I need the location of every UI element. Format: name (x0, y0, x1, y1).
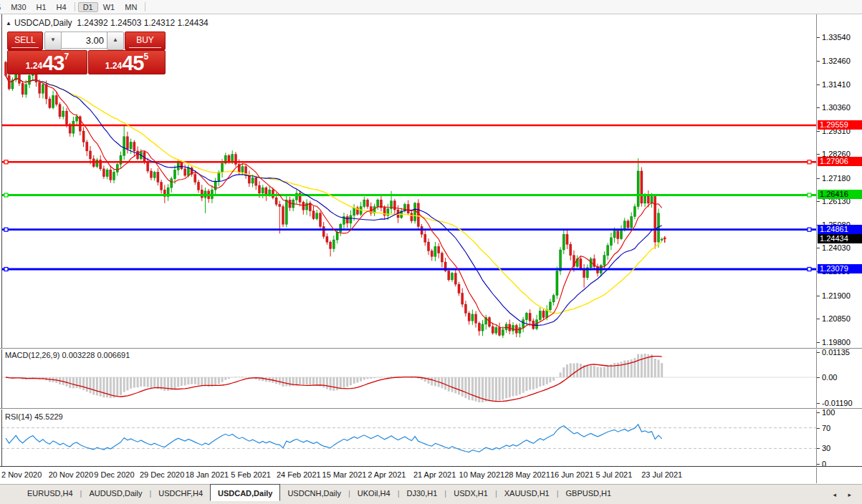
rsi-value: 45.5229 (34, 412, 63, 421)
sell-price-small: 1.24 (26, 61, 42, 71)
timeframe-button-d1[interactable]: D1 (78, 2, 98, 12)
buy-price-small: 1.24 (105, 61, 122, 71)
rsi-tick-label: 70 (822, 424, 830, 432)
symbol-label: USDCAD,Daily (14, 18, 72, 28)
macd-tick-mark (817, 377, 820, 378)
price-tick-label: 1.21900 (822, 291, 851, 300)
tab-scroll-arrows[interactable]: ◂ ▸ (833, 491, 856, 498)
price-tick-mark (817, 248, 820, 248)
rsi-tick-label: 30 (822, 444, 830, 452)
date-tick-label: 16 Jun 2021 (550, 470, 594, 479)
date-tick-label: 20 Nov 2020 (49, 470, 93, 479)
rsi-tick-mark (817, 464, 820, 465)
level-price-chip: 1.26416 (818, 190, 862, 199)
date-tick-label: 24 Feb 2021 (277, 470, 321, 479)
price-tick-label: 1.30360 (822, 103, 851, 112)
level-price-chip: 1.23079 (818, 264, 862, 273)
timeframe-button-5[interactable]: 5 (0, 2, 6, 12)
timeframe-button-mn[interactable]: MN (120, 2, 142, 12)
rsi-tick-mark (817, 448, 820, 449)
chart-tab-xauusd[interactable]: XAUUSD,H1 (497, 487, 557, 500)
date-tick-label: 28 May 2021 (504, 470, 550, 479)
date-tick-label: 5 Jul 2021 (596, 470, 633, 479)
chart-tab-gbpusd[interactable]: GBPUSD,H1 (559, 487, 619, 500)
level-price-chip: 1.24861 (818, 225, 862, 234)
sell-price-sup: 7 (64, 52, 69, 62)
sell-price-big: 43 (42, 54, 64, 73)
price-tick-mark (817, 107, 820, 108)
volume-increase-button[interactable]: ▲ (107, 32, 124, 50)
timeframe-button-w1[interactable]: W1 (98, 2, 120, 12)
trading-terminal-window: 5M30H1H4D1W1MN ▲USDCAD,Daily 1.24392 1.2… (0, 0, 862, 504)
buy-price-sup: 5 (143, 52, 148, 62)
chart-tab-usdcad[interactable]: USDCAD,Daily (210, 484, 280, 501)
sell-button[interactable]: SELL (7, 32, 43, 50)
chart-tab-eurusd[interactable]: EURUSD,H4 (20, 487, 80, 500)
price-tick-mark (817, 201, 820, 202)
one-click-trade-panel: SELL ▼ ▲ BUY 1.24 43 7 1.24 45 5 (7, 32, 164, 72)
price-tick-mark (817, 84, 820, 85)
ohlc-values: 1.24392 1.24503 1.24312 1.24434 (77, 18, 209, 28)
price-tick-mark (817, 296, 820, 296)
price-tick-label: 1.32460 (822, 57, 851, 65)
macd-indicator-label: MACD(12,26,9) 0.003228 0.006691 (5, 351, 130, 359)
timeframe-button-m30[interactable]: M30 (6, 2, 31, 12)
price-tick-label: 1.31410 (822, 80, 851, 89)
chart-tab-usdx[interactable]: USDX,H1 (446, 487, 495, 500)
collapse-triangle-icon[interactable]: ▲ (6, 20, 11, 26)
chart-tab-usdchf[interactable]: USDCHF,H4 (151, 487, 210, 500)
chart-tab-bar: EURUSD,H4|AUDUSD,Daily|USDCHF,H4USDCAD,D… (0, 484, 862, 504)
sell-price-box[interactable]: 1.24 43 7 (7, 50, 87, 74)
rsi-name: RSI(14) (5, 412, 32, 421)
date-tick-label: 10 May 2021 (459, 470, 505, 479)
date-axis: 2 Nov 202020 Nov 20209 Dec 202029 Dec 20… (0, 467, 816, 483)
date-tick-label: 5 Feb 2021 (231, 470, 271, 479)
price-tick-label: 1.19800 (822, 338, 851, 346)
rsi-tick-mark (817, 412, 820, 413)
date-tick-label: 23 Jul 2021 (641, 470, 682, 479)
chart-tab-audusd[interactable]: AUDUSD,Daily (82, 487, 149, 500)
toolbar-separator (75, 2, 75, 11)
toolbar-separator (145, 2, 145, 11)
macd-tick-mark (817, 352, 820, 353)
macd-main-value: 0.003228 (62, 351, 95, 359)
date-tick-label: 15 Mar 2021 (322, 470, 367, 479)
buy-price-box[interactable]: 1.24 45 5 (88, 50, 166, 74)
macd-tick-label: -0.01190 (822, 399, 853, 407)
macd-name: MACD(12,26,9) (5, 351, 59, 359)
price-chart-canvas[interactable] (0, 14, 816, 467)
rsi-dateaxis-separator (0, 466, 862, 467)
macd-rsi-separator[interactable] (0, 408, 862, 409)
date-tick-label: 21 Apr 2021 (413, 470, 456, 479)
date-tick-label: 18 Jan 2021 (186, 470, 229, 479)
buy-button[interactable]: BUY (125, 32, 166, 50)
level-price-chip: 1.27906 (818, 157, 862, 166)
chart-tab-usdcnh[interactable]: USDCNH,Daily (280, 487, 348, 500)
chart-tab-ukoil[interactable]: UKOil,H4 (350, 487, 398, 500)
date-tick-label: 9 Dec 2020 (94, 470, 134, 479)
current-price-chip: 1.24434 (818, 234, 862, 243)
date-tick-label: 2 Nov 2020 (1, 470, 42, 479)
timeframe-toolbar: 5M30H1H4D1W1MN (0, 0, 862, 14)
macd-tick-mark (817, 403, 820, 404)
timeframe-button-h4[interactable]: H4 (52, 2, 72, 12)
price-tick-mark (817, 342, 820, 343)
macd-tick-label: 0.00 (822, 373, 837, 382)
price-axis: 1.335401.324601.314101.303601.293101.282… (816, 14, 862, 483)
chart-left-border (1, 14, 2, 467)
price-tick-mark (817, 61, 820, 62)
rsi-tick-label: 100 (822, 408, 835, 417)
price-tick-label: 1.20850 (822, 314, 851, 323)
chart-tab-dj30[interactable]: DJ30,H1 (400, 487, 445, 500)
macd-signal-value: 0.006691 (97, 351, 130, 359)
price-tick-mark (817, 154, 820, 155)
volume-decrease-button[interactable]: ▼ (44, 32, 62, 50)
volume-input[interactable] (61, 32, 107, 49)
date-tick-label: 29 Dec 2020 (140, 470, 184, 479)
price-tick-label: 1.27180 (822, 174, 851, 183)
rsi-tick-mark (817, 428, 820, 429)
timeframe-button-h1[interactable]: H1 (32, 2, 52, 12)
rsi-indicator-label: RSI(14) 45.5229 (5, 412, 63, 421)
price-macd-separator[interactable] (0, 348, 862, 349)
date-tick-label: 2 Apr 2021 (368, 470, 406, 479)
